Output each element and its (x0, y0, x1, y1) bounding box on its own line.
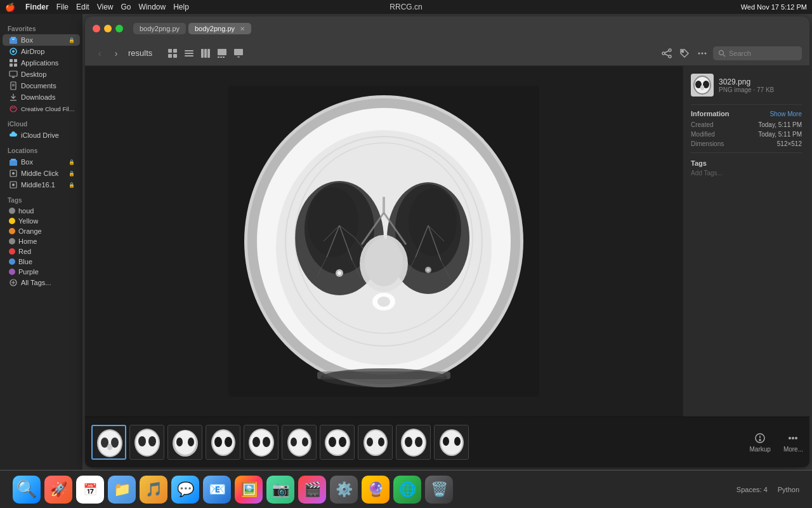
menu-file[interactable]: File (56, 3, 69, 11)
dock-app11[interactable]: 🔮 (362, 476, 390, 504)
list-view-button[interactable] (181, 46, 197, 60)
more-button[interactable] (695, 46, 709, 60)
tab-body2png-active[interactable]: body2png.py ✕ (188, 23, 251, 34)
dock-app4[interactable]: 🎵 (140, 476, 167, 504)
share-button[interactable] (660, 46, 674, 60)
sidebar-item-applications[interactable]: Applications (3, 57, 80, 69)
filmstrip-thumb-7[interactable] (320, 425, 355, 460)
filmstrip-thumb-8[interactable] (358, 425, 393, 460)
icon-view-button[interactable] (165, 46, 180, 60)
sidebar-item-tag-home[interactable]: Home (3, 236, 80, 246)
sidebar-item-tag-purple[interactable]: Purple (3, 267, 80, 277)
sidebar-item-middle161[interactable]: Middle16.1 🔒 (3, 179, 80, 190)
sidebar-item-tag-orange[interactable]: Orange (3, 226, 80, 236)
more-view-button[interactable] (231, 46, 246, 60)
filmstrip-thumb-10[interactable] (434, 425, 469, 460)
apple-menu[interactable]: 🍎 (5, 3, 15, 12)
back-button[interactable]: ‹ (93, 46, 107, 60)
tag-label-orange: Orange (18, 227, 42, 235)
dock-app8[interactable]: 📷 (266, 476, 294, 504)
documents-icon (9, 81, 18, 90)
sidebar-item-desktop[interactable]: Desktop (3, 69, 80, 80)
dock-app5[interactable]: 💬 (171, 476, 199, 504)
middle-click-icon (9, 169, 18, 178)
column-view-button[interactable] (198, 46, 213, 60)
svg-point-60 (409, 189, 457, 256)
sidebar-item-tag-blue[interactable]: Blue (3, 257, 80, 267)
svg-point-47 (705, 52, 707, 54)
svg-rect-25 (173, 49, 177, 53)
maximize-button[interactable] (115, 25, 123, 32)
svg-rect-2 (12, 39, 15, 40)
svg-rect-8 (14, 64, 17, 67)
sidebar-item-documents[interactable]: Documents (3, 80, 80, 91)
markup-label: Markup (750, 446, 771, 453)
tag-button[interactable] (678, 46, 691, 60)
tag-dot-orange (9, 228, 15, 234)
sidebar-item-box[interactable]: Box 🔒 (3, 34, 80, 46)
toolbar-nav: ‹ › (93, 46, 123, 60)
dock-calendar[interactable]: 📅 (76, 476, 104, 504)
downloads-icon (9, 93, 18, 102)
dock-app10[interactable]: ⚙️ (330, 476, 358, 504)
dock-mail[interactable]: 📧 (203, 476, 231, 504)
gallery-view-button[interactable] (214, 46, 230, 60)
svg-point-88 (320, 368, 447, 387)
dock-photos[interactable]: 🖼️ (235, 476, 263, 504)
filmstrip-thumb-9[interactable] (396, 425, 431, 460)
sidebar-item-icloud-drive[interactable]: iCloud Drive (3, 130, 80, 141)
sidebar-item-all-tags[interactable]: All Tags... (3, 277, 80, 288)
sidebar-item-cc-files[interactable]: Creative Cloud Files (3, 103, 80, 114)
svg-point-140 (415, 437, 422, 447)
filmstrip-thumb-3[interactable] (167, 425, 202, 460)
dock-app12[interactable]: 🌐 (393, 476, 421, 504)
menu-view[interactable]: View (97, 3, 114, 11)
image-viewer[interactable] (85, 66, 683, 417)
show-more-button[interactable]: Show More (769, 110, 802, 117)
more-action-button[interactable]: More... (783, 432, 803, 453)
sidebar-item-locations-box[interactable]: Box 🔒 (3, 156, 80, 168)
sidebar-item-tag-red[interactable]: Red (3, 246, 80, 257)
dock-launchpad[interactable]: 🚀 (44, 476, 72, 504)
tab-close-icon[interactable]: ✕ (240, 25, 245, 32)
svg-point-145 (454, 437, 461, 446)
filmstrip-thumb-4[interactable] (206, 425, 240, 460)
dock-trash[interactable]: 🗑️ (425, 476, 453, 504)
menu-finder[interactable]: Finder (25, 3, 49, 11)
markup-button[interactable]: Markup (750, 432, 771, 453)
dock-finder[interactable]: 🔍 (13, 476, 41, 504)
search-box[interactable]: Search (713, 46, 802, 60)
sidebar-item-tag-yellow[interactable]: Yellow (3, 216, 80, 226)
close-button[interactable] (93, 25, 100, 32)
svg-point-114 (214, 437, 222, 447)
middle161-icon (9, 180, 18, 189)
forward-button[interactable]: › (109, 46, 123, 60)
menu-edit[interactable]: Edit (76, 3, 89, 11)
filmstrip-thumb-6[interactable] (282, 425, 317, 460)
sidebar-item-downloads[interactable]: Downloads (3, 91, 80, 103)
filmstrip-thumb-1[interactable] (91, 425, 126, 460)
tags-title: Tags (691, 159, 802, 167)
sidebar-item-airdrop[interactable]: AirDrop (3, 46, 80, 57)
dock-bar: 🔍 🚀 📅 📁 🎵 💬 📧 🖼️ 📷 🎬 ⚙️ 🔮 🌐 🗑️ Spaces: 4… (0, 470, 812, 508)
svg-rect-27 (173, 54, 177, 58)
svg-point-94 (700, 85, 704, 90)
breadcrumb: results (128, 48, 152, 58)
menu-go[interactable]: Go (121, 3, 131, 11)
minimize-button[interactable] (104, 25, 112, 32)
filmstrip-thumb-5[interactable] (244, 425, 278, 460)
tab-body2png-inactive[interactable]: body2png.py (133, 23, 186, 34)
menu-window[interactable]: Window (139, 3, 166, 11)
sidebar-item-label-middle161: Middle16.1 (21, 181, 55, 189)
menu-help[interactable]: Help (173, 3, 189, 11)
dock-app9[interactable]: 🎬 (298, 476, 326, 504)
add-tags-field[interactable]: Add Tags... (691, 170, 802, 177)
sidebar-item-middle-click[interactable]: Middle Click 🔒 (3, 168, 80, 179)
info-divider (691, 104, 802, 105)
svg-point-144 (443, 437, 449, 446)
lock-icon: 🔒 (69, 37, 75, 43)
sidebar-item-tag-houd[interactable]: houd (3, 206, 80, 216)
filmstrip-thumb-2[interactable] (129, 425, 164, 460)
file-header: 3029.png PNG image · 77 KB (691, 74, 802, 97)
dock-files[interactable]: 📁 (108, 476, 136, 504)
